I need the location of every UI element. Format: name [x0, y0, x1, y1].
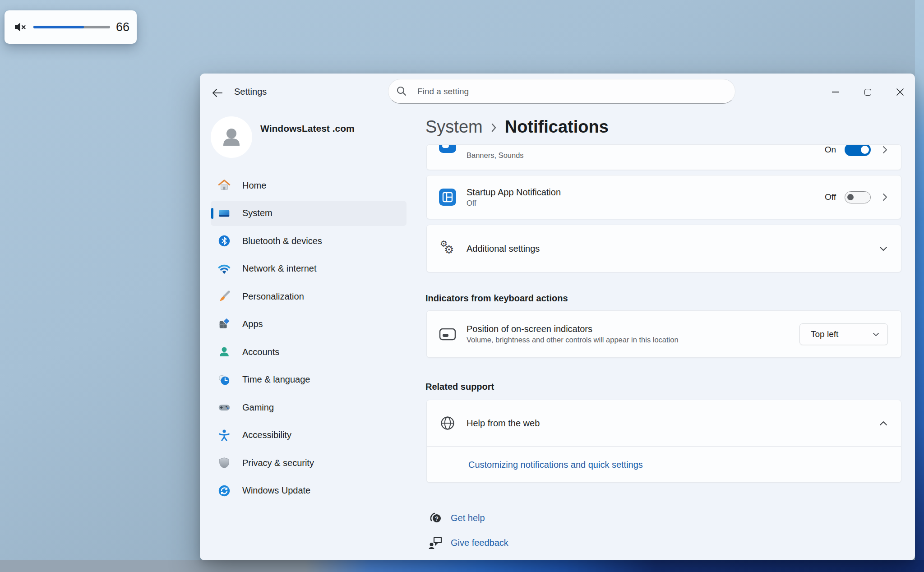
position-dropdown-value: Top left: [811, 329, 838, 339]
sidebar-item-time-language[interactable]: Time & language: [211, 367, 407, 392]
wifi-icon: [217, 262, 231, 276]
volume-slider-fill: [33, 26, 84, 28]
volume-osd-flyout: 66: [5, 10, 137, 44]
position-subtitle: Volume, brightness and other controls wi…: [467, 336, 679, 344]
search-icon: [396, 85, 407, 99]
position-indicators-row: Position of on-screen indicators Volume,…: [426, 310, 901, 358]
additional-settings-title: Additional settings: [467, 244, 540, 254]
breadcrumb: System Notifications: [425, 115, 609, 138]
notifications-icon: [439, 144, 457, 153]
notifications-toggle[interactable]: [845, 144, 871, 156]
volume-slider[interactable]: [33, 26, 110, 28]
chevron-right-icon: [491, 123, 497, 133]
avatar[interactable]: [211, 116, 252, 158]
sidebar-item-home[interactable]: Home: [211, 173, 407, 198]
get-help-link[interactable]: Get help: [451, 513, 485, 523]
chevron-down-icon: [873, 332, 879, 337]
position-title: Position of on-screen indicators: [467, 324, 679, 334]
indicators-section-header: Indicators from keyboard actions: [425, 293, 568, 304]
svg-text:?: ?: [435, 515, 439, 522]
startup-title: Startup App Notification: [467, 187, 561, 198]
window-title: Settings: [234, 87, 267, 97]
settings-window: Settings WindowsLatest .com: [200, 74, 915, 560]
sidebar-item-apps[interactable]: Apps: [211, 312, 407, 337]
apps-icon: [217, 317, 231, 332]
speaker-muted-icon[interactable]: [14, 20, 27, 34]
sidebar-item-bluetooth-devices[interactable]: Bluetooth & devices: [211, 228, 407, 254]
toggle-knob: [861, 146, 869, 154]
position-dropdown[interactable]: Top left: [799, 323, 888, 345]
startup-toggle[interactable]: [845, 191, 871, 203]
notifications-subtitle: Banners, Sounds: [467, 151, 524, 160]
on-screen-indicator-icon: [439, 325, 457, 343]
additional-settings-row[interactable]: ⚙⚙ Additional settings: [426, 225, 901, 272]
back-arrow-icon: [212, 88, 223, 98]
give-feedback-icon: [427, 535, 444, 550]
get-help-row[interactable]: ? Get help: [427, 511, 485, 525]
sidebar-item-gaming[interactable]: Gaming: [211, 395, 407, 420]
give-feedback-link[interactable]: Give feedback: [451, 538, 508, 548]
paintbrush-icon: [217, 289, 231, 304]
chevron-right-icon: [882, 193, 887, 201]
back-button[interactable]: [208, 84, 227, 101]
person-silhouette-icon: [219, 125, 244, 150]
windows-update-icon: [217, 484, 231, 498]
accounts-icon: [217, 345, 231, 359]
selection-indicator: [211, 208, 213, 219]
system-icon: [217, 206, 231, 221]
page-title: Notifications: [505, 117, 609, 137]
volume-value: 66: [116, 20, 129, 34]
sidebar-item-accounts[interactable]: Accounts: [211, 339, 407, 364]
get-help-icon: ?: [427, 511, 444, 525]
customizing-notifications-link[interactable]: Customizing notifications and quick sett…: [468, 460, 643, 470]
user-name: WindowsLatest .com: [260, 123, 355, 134]
wallpaper-right-edge: [915, 0, 924, 572]
globe-icon: [439, 414, 457, 432]
toggle-knob: [847, 194, 854, 200]
toggle-state-label: Off: [825, 192, 836, 202]
sidebar-nav: Home System Bluetooth & dev: [200, 173, 425, 503]
help-from-web-row[interactable]: Help from the web: [427, 400, 901, 446]
main-content: System Notifications Banners, Sounds On: [425, 74, 915, 560]
give-feedback-row[interactable]: Give feedback: [427, 535, 508, 550]
shield-icon: [217, 456, 231, 470]
startup-app-icon: [439, 188, 457, 206]
chevron-right-icon: [882, 146, 887, 154]
toggle-state-label: On: [825, 145, 836, 155]
help-from-web-title: Help from the web: [467, 418, 540, 429]
sidebar-item-windows-update[interactable]: Windows Update: [211, 478, 407, 503]
chevron-down-icon: [879, 246, 887, 251]
sidebar-item-accessibility[interactable]: Accessibility: [211, 423, 407, 448]
wallpaper-bottom-edge: [0, 560, 924, 572]
startup-subtitle: Off: [467, 199, 561, 208]
chevron-up-icon: [879, 421, 887, 426]
accessibility-person-icon: [217, 428, 231, 443]
breadcrumb-parent[interactable]: System: [425, 117, 483, 137]
gears-icon: ⚙⚙: [439, 240, 457, 258]
notifications-row[interactable]: Banners, Sounds On: [426, 144, 901, 170]
sidebar-item-personalization[interactable]: Personalization: [211, 284, 407, 309]
related-support-section-header: Related support: [425, 382, 494, 392]
bluetooth-icon: [217, 234, 231, 248]
game-controller-icon: [217, 400, 231, 415]
clock-globe-icon: [217, 373, 231, 387]
startup-app-notification-row[interactable]: Startup App Notification Off Off: [426, 175, 901, 219]
help-from-web-card: Help from the web Customizing notificati…: [426, 400, 901, 483]
home-icon: [217, 178, 231, 193]
sidebar-item-system[interactable]: System: [211, 201, 407, 226]
sidebar-item-network-internet[interactable]: Network & internet: [211, 256, 407, 281]
sidebar-item-privacy-security[interactable]: Privacy & security: [211, 450, 407, 475]
